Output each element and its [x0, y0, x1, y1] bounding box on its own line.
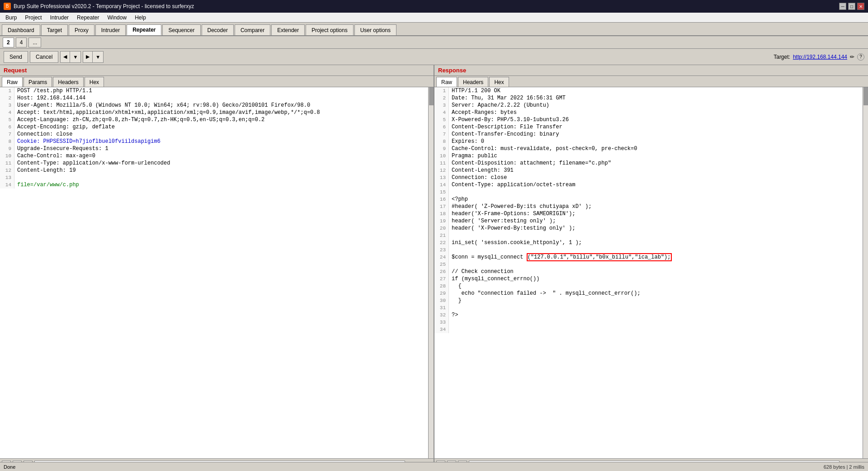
request-tab-params[interactable]: Params	[24, 77, 52, 87]
window-controls[interactable]: ─ □ ✕	[839, 3, 864, 10]
response-line: 27if (mysqli_connect_errno())	[434, 275, 863, 283]
line-number: 22	[434, 239, 449, 246]
line-number: 33	[434, 319, 449, 326]
cancel-button[interactable]: Cancel	[30, 51, 58, 63]
request-line: 10Cache-Control: max-age=0	[0, 152, 428, 160]
response-editor[interactable]: 1HTTP/1.1 200 OK2Date: Thu, 31 Mar 2022 …	[434, 87, 863, 458]
response-line: 33	[434, 319, 863, 326]
response-line: 30 }	[434, 297, 863, 304]
response-tab-raw[interactable]: Raw	[436, 77, 457, 87]
line-number: 12	[0, 167, 14, 174]
line-content	[14, 174, 428, 181]
response-scrollbar-thumb[interactable]	[863, 87, 868, 105]
prev-down-button[interactable]: ▼	[70, 51, 81, 63]
response-line: 10Pragma: public	[434, 152, 863, 160]
line-number: 5	[434, 116, 449, 123]
menu-help[interactable]: Help	[131, 14, 150, 22]
line-content	[449, 246, 863, 254]
response-title: Response	[434, 65, 868, 76]
line-content	[449, 188, 863, 196]
line-number: 18	[434, 210, 449, 217]
line-number: 14	[434, 181, 449, 188]
request-tab-headers[interactable]: Headers	[53, 77, 83, 87]
help-icon[interactable]: ?	[857, 53, 864, 61]
line-content	[449, 261, 863, 268]
line-number: 24	[434, 254, 449, 261]
edit-icon[interactable]: ✏	[850, 54, 854, 60]
prev-left-button[interactable]: ◀	[60, 51, 70, 63]
line-number: 5	[0, 116, 14, 123]
line-content: Host: 192.168.144.144	[14, 94, 428, 102]
menu-repeater[interactable]: Repeater	[73, 14, 103, 22]
response-line: 20header( 'X-Powered-By:testing only' );	[434, 225, 863, 232]
repeater-tab-2[interactable]: 2	[3, 38, 14, 47]
response-line: 22ini_set( 'session.cookie_httponly', 1 …	[434, 239, 863, 246]
line-content	[449, 326, 863, 333]
tab-project-options[interactable]: Project options	[306, 24, 353, 35]
target-url[interactable]: http://192.168.144.144	[793, 54, 847, 60]
tab-comparer[interactable]: Comparer	[235, 24, 270, 35]
response-panel: Response Raw Headers Hex 1HTTP/1.1 200 O…	[434, 65, 868, 471]
tab-extender[interactable]: Extender	[271, 24, 305, 35]
tab-user-options[interactable]: User options	[354, 24, 396, 35]
repeater-tab-more[interactable]: ...	[28, 38, 41, 47]
tab-dashboard[interactable]: Dashboard	[2, 24, 40, 35]
request-line: 7Connection: close	[0, 131, 428, 138]
line-content: Content-Disposition: attachment; filenam…	[449, 160, 863, 167]
line-number: 1	[434, 87, 449, 94]
line-number: 4	[434, 109, 449, 116]
request-scrollbar-thumb[interactable]	[429, 87, 434, 105]
tab-decoder[interactable]: Decoder	[202, 24, 234, 35]
response-line: 15	[434, 188, 863, 196]
response-scrollbar[interactable]	[863, 87, 868, 458]
response-line: 3Server: Apache/2.2.22 (Ubuntu)	[434, 102, 863, 109]
menu-burp[interactable]: Burp	[2, 14, 20, 22]
response-tab-headers[interactable]: Headers	[458, 77, 488, 87]
next-right-button[interactable]: ▶	[83, 51, 92, 63]
target-info: Target: http://192.168.144.144 ✏ ?	[774, 53, 864, 61]
menu-intruder[interactable]: Intruder	[47, 14, 72, 22]
line-content: ini_set( 'session.cookie_httponly', 1 );	[449, 239, 863, 246]
maximize-button[interactable]: □	[848, 3, 855, 10]
line-content: Connection: close	[14, 131, 428, 138]
line-number: 13	[434, 174, 449, 181]
line-number: 11	[0, 160, 14, 167]
line-number: 27	[434, 275, 449, 283]
line-content: Cache-Control: must-revalidate, post-che…	[449, 145, 863, 152]
minimize-button[interactable]: ─	[839, 3, 846, 10]
repeater-tab-4[interactable]: 4	[16, 38, 27, 47]
tab-target[interactable]: Target	[41, 24, 68, 35]
request-line: 2Host: 192.168.144.144	[0, 94, 428, 102]
line-number: 7	[434, 131, 449, 138]
send-button[interactable]: Send	[4, 51, 28, 63]
line-content: User-Agent: Mozilla/5.0 (Windows NT 10.0…	[14, 102, 428, 109]
menu-window[interactable]: Window	[104, 14, 130, 22]
highlighted-credentials: ("127.0.0.1","billu","b0x_billu","ica_la…	[527, 253, 672, 261]
next-down-button[interactable]: ▼	[92, 51, 104, 63]
response-line: 14Content-Type: application/octet-stream	[434, 181, 863, 188]
request-editor[interactable]: 1POST /test.php HTTP/1.12Host: 192.168.1…	[0, 87, 428, 458]
status-text: Done	[4, 464, 15, 470]
line-number: 12	[434, 167, 449, 174]
tab-sequencer[interactable]: Sequencer	[162, 24, 200, 35]
tab-repeater[interactable]: Repeater	[127, 24, 161, 35]
response-tab-hex[interactable]: Hex	[489, 77, 509, 87]
tab-intruder[interactable]: Intruder	[95, 24, 126, 35]
line-content: $conn = mysqli_connect ("127.0.0.1","bil…	[449, 254, 863, 261]
line-content: Content-Type: application/x-www-form-url…	[14, 160, 428, 167]
line-content	[449, 319, 863, 326]
line-content: Accept-Ranges: bytes	[449, 109, 863, 116]
request-tab-raw[interactable]: Raw	[2, 77, 23, 87]
menu-project[interactable]: Project	[21, 14, 45, 22]
line-number: 17	[434, 203, 449, 210]
line-content: Accept-Language: zh-CN,zh;q=0.8,zh-TW;q=…	[14, 116, 428, 123]
request-sub-tabs: Raw Params Headers Hex	[0, 76, 434, 87]
menu-bar: Burp Project Intruder Repeater Window He…	[0, 13, 868, 23]
close-button[interactable]: ✕	[857, 3, 864, 10]
tab-bar: Dashboard Target Proxy Intruder Repeater…	[0, 23, 868, 36]
request-tab-hex[interactable]: Hex	[85, 77, 104, 87]
response-line: 17#header( 'Z-Powered-By:its chutiyapa x…	[434, 203, 863, 210]
line-content: Content-Description: File Transfer	[449, 123, 863, 131]
request-scrollbar[interactable]	[428, 87, 434, 458]
tab-proxy[interactable]: Proxy	[69, 24, 94, 35]
